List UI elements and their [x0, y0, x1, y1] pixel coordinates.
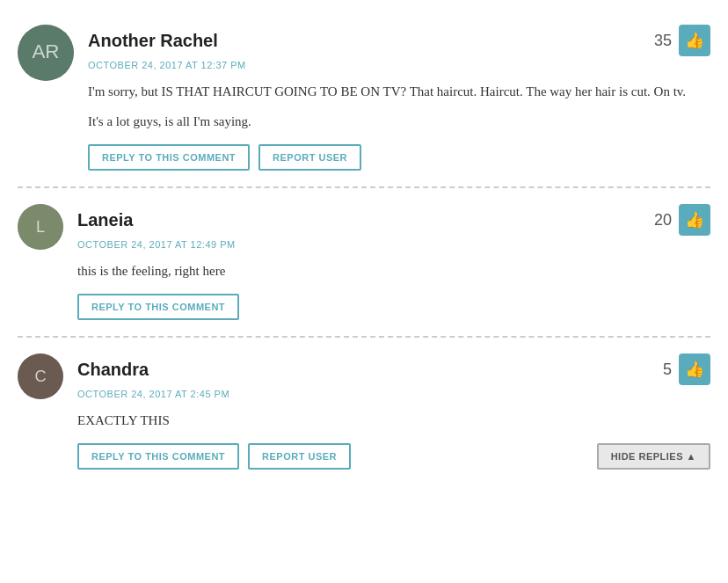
svg-text:AR: AR	[32, 40, 59, 62]
like-button[interactable]: 👍	[679, 204, 710, 236]
comment-date: OCTOBER 24, 2017 AT 2:45 PM	[77, 389, 710, 399]
comment-row: C Chandra 5 👍 OCTOBER 24, 2017 AT 2:45 P…	[18, 353, 710, 470]
like-area: 20 👍	[654, 204, 710, 236]
svg-text:C: C	[34, 368, 46, 385]
comment-content-laneia: Laneia 20 👍 OCTOBER 24, 2017 AT 12:49 PM…	[77, 204, 710, 320]
comment-date: OCTOBER 24, 2017 AT 12:49 PM	[77, 239, 710, 250]
avatar-rachel: AR	[18, 25, 74, 81]
like-button[interactable]: 👍	[679, 25, 710, 56]
reply-button[interactable]: REPLY TO THIS COMMENT	[88, 144, 250, 171]
svg-text:L: L	[36, 218, 45, 236]
like-count: 20	[654, 211, 672, 230]
comment-header: Another Rachel 35 👍	[88, 25, 710, 56]
author-name: Laneia	[77, 210, 133, 230]
like-area: 35 👍	[654, 25, 710, 56]
comment-content-rachel: Another Rachel 35 👍 OCTOBER 24, 2017 AT …	[88, 25, 710, 171]
reply-button[interactable]: REPLY TO THIS COMMENT	[77, 294, 239, 320]
hide-replies-button[interactable]: HIDE REPLIES ▲	[597, 443, 710, 470]
comment-row: AR Another Rachel 35 👍 OCTOBER 24, 2017 …	[18, 25, 710, 171]
avatar-laneia: L	[18, 204, 63, 250]
comment-content-chandra: Chandra 5 👍 OCTOBER 24, 2017 AT 2:45 PM …	[77, 353, 710, 470]
comment-text: I'm sorry, but IS THAT HAIRCUT GOING TO …	[88, 81, 710, 102]
comment-block-rachel: AR Another Rachel 35 👍 OCTOBER 24, 2017 …	[18, 9, 710, 188]
avatar-chandra: C	[18, 353, 63, 399]
report-button[interactable]: REPORT USER	[258, 144, 361, 171]
comment-row: L Laneia 20 👍 OCTOBER 24, 2017 AT 12:49 …	[18, 204, 710, 320]
comment-text: It's a lot guys, is all I'm saying.	[88, 111, 710, 132]
comment-actions: REPLY TO THIS COMMENTREPORT USER HIDE RE…	[77, 443, 710, 470]
comment-text: this is the feeling, right here	[77, 260, 710, 281]
report-button[interactable]: REPORT USER	[248, 443, 351, 470]
comment-header: Laneia 20 👍	[77, 204, 710, 236]
comment-block-chandra: C Chandra 5 👍 OCTOBER 24, 2017 AT 2:45 P…	[18, 338, 710, 485]
author-name: Chandra	[77, 360, 149, 380]
like-area: 5 👍	[663, 353, 710, 385]
author-name: Another Rachel	[88, 31, 218, 51]
comment-actions: REPLY TO THIS COMMENTREPORT USER	[88, 144, 710, 171]
reply-button[interactable]: REPLY TO THIS COMMENT	[77, 443, 239, 470]
comment-actions: REPLY TO THIS COMMENT	[77, 294, 710, 320]
comment-header: Chandra 5 👍	[77, 353, 710, 385]
comments-list: AR Another Rachel 35 👍 OCTOBER 24, 2017 …	[0, 0, 728, 494]
comment-block-laneia: L Laneia 20 👍 OCTOBER 24, 2017 AT 12:49 …	[18, 188, 710, 338]
comment-date: OCTOBER 24, 2017 AT 12:37 PM	[88, 60, 710, 70]
like-count: 35	[654, 32, 672, 50]
like-button[interactable]: 👍	[679, 353, 710, 385]
like-count: 5	[663, 361, 672, 379]
comment-text: EXACTLY THIS	[77, 410, 710, 431]
